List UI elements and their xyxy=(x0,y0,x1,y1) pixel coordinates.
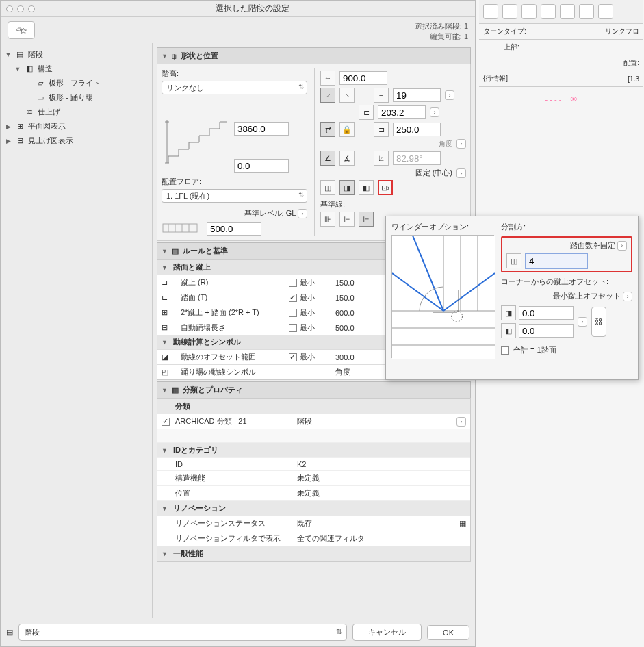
classify-chevron[interactable]: › xyxy=(456,417,466,427)
width-input[interactable] xyxy=(339,71,387,85)
flight-type-1[interactable]: ⟋ xyxy=(320,88,335,103)
two-r-val[interactable]: 600.0 xyxy=(335,309,376,317)
total-check[interactable] xyxy=(501,346,509,355)
min-riser-offset-label: 最小蹴上オフセット xyxy=(553,292,621,300)
base-level-chevron[interactable]: › xyxy=(298,209,307,218)
placement-floor-value: 1. 1FL (現在) xyxy=(166,192,209,200)
tread-depth-input[interactable] xyxy=(378,105,426,119)
classify-header-row[interactable]: 分類 xyxy=(157,399,470,414)
tree-finish[interactable]: ≋ 仕上げ xyxy=(1,105,152,119)
two-r-min-check[interactable] xyxy=(289,309,297,317)
height-bottom-input[interactable] xyxy=(234,159,289,173)
offset-link-chevron[interactable]: › xyxy=(578,317,587,327)
riser-min-check[interactable] xyxy=(289,279,297,287)
classify-hdr-label: 分類 xyxy=(175,401,292,411)
tree-flight-label: 板形 - フライト xyxy=(49,78,101,88)
tree-flight[interactable]: ▱ 板形 - フライト xyxy=(1,76,152,90)
walkline-val[interactable]: 300.0 xyxy=(335,353,376,361)
position-2[interactable]: ◨ xyxy=(339,180,355,195)
landing-val[interactable]: 500.0 xyxy=(335,324,376,332)
section-class-header[interactable]: ▼ ▦ 分類とプロパティ xyxy=(157,381,471,398)
min-riser-offset-chevron[interactable]: › xyxy=(623,292,632,301)
link-icon[interactable]: ⛓ xyxy=(591,307,606,337)
base-level-input[interactable] xyxy=(207,222,261,236)
winder-options-button[interactable]: ⊡› xyxy=(378,180,393,195)
offset-2-input[interactable] xyxy=(519,324,574,338)
position-val[interactable]: 未定義 xyxy=(297,488,466,498)
reno-filter-val[interactable]: 全ての関連フィルタ xyxy=(297,533,466,544)
position-1[interactable]: ◫ xyxy=(320,180,335,195)
placement-floor-select[interactable]: 1. 1FL (現在) xyxy=(162,189,307,203)
tree-structure[interactable]: ▼ ◧ 構造 xyxy=(1,62,152,76)
footer-selector[interactable]: 階段 xyxy=(18,624,347,641)
stair-preview-icon xyxy=(162,101,230,170)
position-row[interactable]: 位置 未定義 xyxy=(157,486,470,501)
baseline-3[interactable]: ⊫ xyxy=(359,212,374,227)
renovation-header[interactable]: ▼ リノベーション xyxy=(157,501,470,516)
tread-depth-chevron[interactable]: › xyxy=(430,107,439,117)
risers-chevron[interactable]: › xyxy=(445,90,454,100)
favorites-button[interactable] xyxy=(8,21,35,39)
angle-mode-2[interactable]: ∡ xyxy=(339,151,355,166)
walkline-min-check[interactable] xyxy=(289,353,297,361)
ok-button[interactable]: OK xyxy=(427,625,469,640)
fixed-tread-chevron[interactable]: › xyxy=(617,241,627,251)
id-val[interactable]: K2 xyxy=(297,460,466,468)
landing-sym-val[interactable]: 角度 xyxy=(335,367,376,377)
tree-landing[interactable]: ▭ 板形 - 踊り場 xyxy=(1,90,152,105)
lock-2[interactable]: 🔒 xyxy=(339,122,355,137)
reno-filter-row[interactable]: リノベーションフィルタで表示 全ての関連フィルタ xyxy=(157,531,470,546)
angle-chevron[interactable]: › xyxy=(456,139,466,149)
bg-tool-1[interactable] xyxy=(483,4,498,19)
tree-finish-label: 仕上げ xyxy=(38,107,60,117)
baseline-label: 基準線: xyxy=(320,199,466,210)
id-category-header[interactable]: ▼ IDとカテゴリ xyxy=(157,443,470,458)
risers-input[interactable] xyxy=(393,88,441,102)
id-label: ID xyxy=(175,460,292,468)
general-header[interactable]: ▼ 一般性能 xyxy=(157,546,470,561)
bg-tool-6[interactable] xyxy=(579,4,594,19)
reno-status-row[interactable]: リノベーションステータス 既存 ▦ xyxy=(157,516,470,531)
link-select[interactable]: リンクなし xyxy=(162,81,307,94)
tree-elev[interactable]: ▶ ⊟ 見上げ図表示 xyxy=(1,134,152,148)
fixed-center-chevron[interactable]: › xyxy=(456,168,466,178)
cancel-button[interactable]: キャンセル xyxy=(352,624,422,641)
struct-fn-label: 構造機能 xyxy=(175,473,292,483)
close-dot[interactable] xyxy=(6,5,13,12)
bg-tool-4[interactable] xyxy=(541,4,556,19)
flight-type-2[interactable]: ⟍ xyxy=(339,88,355,103)
bg-tool-3[interactable] xyxy=(521,4,537,19)
bg-tool-5[interactable] xyxy=(560,4,575,19)
riser-val[interactable]: 150.0 xyxy=(335,279,376,287)
lock-1[interactable]: ⇄ xyxy=(320,122,335,137)
two-r-label: 2*蹴上 + 踏面 (2*R + T) xyxy=(181,307,283,318)
bg-tool-2[interactable] xyxy=(502,4,517,19)
struct-fn-row[interactable]: 構造機能 未定義 xyxy=(157,471,470,486)
section-shape-header[interactable]: ▼ ⎅ 形状と位置 xyxy=(157,47,471,64)
height-top-input[interactable] xyxy=(234,122,289,136)
angle-mode-1[interactable]: ∠ xyxy=(320,151,335,166)
landing-min-check[interactable] xyxy=(289,324,297,332)
reno-status-label: リノベーションステータス xyxy=(175,518,292,529)
tree-root-stair[interactable]: ▼ ▤ 階段 xyxy=(1,47,152,62)
tread-count-input[interactable] xyxy=(526,253,587,268)
baseline-2[interactable]: ⊩ xyxy=(339,212,355,227)
offset-1-input[interactable] xyxy=(519,306,574,320)
baseline-1[interactable]: ⊪ xyxy=(320,212,335,227)
id-row[interactable]: ID K2 xyxy=(157,458,470,471)
classify-row[interactable]: ARCHICAD 分類 - 21 階段 › xyxy=(157,414,470,429)
riser-height-input[interactable] xyxy=(393,123,441,136)
zoom-dot[interactable] xyxy=(28,5,35,12)
tree-plan[interactable]: ▶ ⊞ 平面図表示 xyxy=(1,119,152,134)
tread-val[interactable]: 150.0 xyxy=(335,294,376,302)
struct-fn-val[interactable]: 未定義 xyxy=(297,473,466,483)
dialog-title: 選択した階段の設定 xyxy=(35,3,469,14)
minimize-dot[interactable] xyxy=(17,5,24,12)
classify-check[interactable] xyxy=(162,418,170,426)
bg-tool-7[interactable] xyxy=(598,4,613,19)
reno-status-val[interactable]: 既存 xyxy=(297,518,454,529)
position-3[interactable]: ◧ xyxy=(359,180,374,195)
tread-min-check[interactable] xyxy=(289,294,297,302)
link-select-value: リンクなし xyxy=(166,84,204,92)
walkline-icon: ◪ xyxy=(162,353,175,361)
